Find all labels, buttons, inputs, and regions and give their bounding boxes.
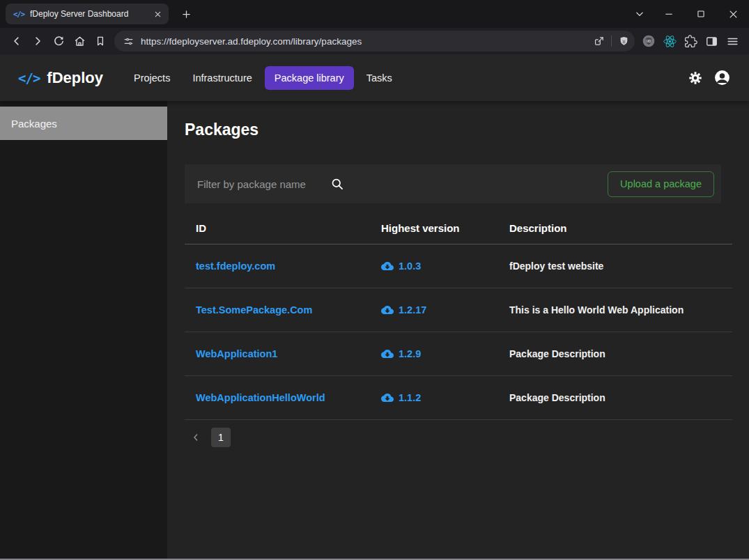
nav-item-package-library[interactable]: Package library bbox=[265, 66, 354, 90]
column-header-description: Description bbox=[498, 210, 732, 244]
browser-tab-bar: </> fDeploy Server Dashboard bbox=[0, 0, 749, 28]
side-panel-icon[interactable] bbox=[701, 31, 722, 52]
settings-gear-icon[interactable] bbox=[688, 70, 703, 86]
bookmark-icon[interactable] bbox=[90, 31, 111, 52]
packages-table: ID Highest version Description test.fdep… bbox=[185, 210, 732, 420]
tab-close-icon[interactable] bbox=[152, 8, 164, 20]
package-version[interactable]: 1.0.3 bbox=[381, 260, 487, 272]
package-description: Package Description bbox=[509, 348, 605, 359]
nav-item-infrastructure[interactable]: Infrastructure bbox=[183, 66, 261, 90]
package-description: This is a Hello World Web Application bbox=[509, 304, 684, 316]
package-id-link[interactable]: WebApplicationHelloWorld bbox=[196, 392, 325, 403]
nav-item-tasks[interactable]: Tasks bbox=[357, 66, 402, 90]
header-actions bbox=[688, 69, 731, 86]
ublock-extension-icon[interactable]: UO bbox=[638, 31, 659, 52]
account-icon[interactable] bbox=[713, 69, 731, 86]
table-row: WebApplicationHelloWorld 1.1.2 Package D… bbox=[185, 376, 732, 420]
table-row: WebApplication1 1.2.9 Package Descriptio… bbox=[185, 332, 732, 376]
home-button[interactable] bbox=[69, 31, 90, 52]
column-header-version: Highest version bbox=[370, 210, 498, 244]
table-header-row: ID Highest version Description bbox=[185, 210, 732, 244]
back-button[interactable] bbox=[6, 31, 27, 52]
maximize-button[interactable] bbox=[685, 0, 717, 28]
cloud-download-icon bbox=[381, 391, 394, 404]
filter-input[interactable] bbox=[196, 178, 327, 191]
svg-text:UO: UO bbox=[647, 40, 651, 43]
search-icon[interactable] bbox=[327, 173, 348, 194]
sidebar: Packages bbox=[0, 101, 167, 560]
close-window-button[interactable] bbox=[717, 0, 749, 28]
package-description: Package Description bbox=[509, 392, 605, 403]
window-controls bbox=[626, 0, 749, 28]
address-bar[interactable]: https://fdeployserver.ad.fdeploy.com/lib… bbox=[114, 31, 635, 52]
browser-tab[interactable]: </> fDeploy Server Dashboard bbox=[6, 3, 169, 24]
package-id-link[interactable]: Test.SomePackage.Com bbox=[196, 304, 312, 316]
code-logo-icon: </> bbox=[18, 70, 40, 86]
share-icon[interactable] bbox=[593, 36, 605, 47]
menu-hamburger-icon[interactable] bbox=[722, 31, 743, 52]
react-devtools-extension-icon[interactable] bbox=[659, 31, 680, 52]
tab-search-chevron-icon[interactable] bbox=[626, 0, 653, 28]
browser-window: </> fDeploy Server Dashboard bbox=[0, 0, 749, 560]
cloud-download-icon bbox=[381, 348, 394, 360]
column-header-id: ID bbox=[185, 210, 370, 244]
upload-package-button[interactable]: Upload a package bbox=[608, 171, 714, 197]
page-1-button[interactable]: 1 bbox=[211, 428, 231, 447]
package-description: fDeploy test website bbox=[509, 260, 603, 272]
app-logo-text: fDeploy bbox=[47, 69, 103, 87]
urlbar-divider bbox=[611, 36, 612, 47]
minimize-button[interactable] bbox=[653, 0, 685, 28]
package-version[interactable]: 1.2.9 bbox=[381, 348, 487, 360]
main-nav: Projects Infrastructure Package library … bbox=[124, 66, 402, 90]
table-row: test.fdeploy.com 1.0.3 fDeploy test webs… bbox=[185, 244, 732, 288]
table-toolbar: Upload a package bbox=[185, 164, 721, 203]
app-logo[interactable]: </> fDeploy bbox=[18, 69, 103, 87]
pagination: 1 bbox=[185, 428, 732, 447]
site-favicon-icon: </> bbox=[13, 10, 24, 18]
new-tab-button[interactable] bbox=[176, 4, 196, 24]
page-title: Packages bbox=[185, 120, 732, 139]
brave-shields-icon[interactable] bbox=[618, 36, 630, 47]
tab-title: fDeploy Server Dashboard bbox=[30, 9, 146, 19]
package-version[interactable]: 1.1.2 bbox=[381, 391, 487, 404]
table-row: Test.SomePackage.Com 1.2.17 This is a He… bbox=[185, 288, 732, 332]
browser-toolbar: https://fdeployserver.ad.fdeploy.com/lib… bbox=[0, 28, 749, 54]
package-id-link[interactable]: test.fdeploy.com bbox=[196, 260, 275, 272]
sidebar-item-packages[interactable]: Packages bbox=[0, 107, 167, 140]
main-panel: Packages Upload a package ID Highest ver… bbox=[167, 101, 749, 560]
app-header: </> fDeploy Projects Infrastructure Pack… bbox=[0, 54, 749, 101]
cloud-download-icon bbox=[381, 304, 394, 316]
site-settings-icon[interactable] bbox=[123, 36, 134, 47]
cloud-download-icon bbox=[381, 260, 394, 272]
nav-item-projects[interactable]: Projects bbox=[124, 66, 180, 90]
package-id-link[interactable]: WebApplication1 bbox=[196, 348, 277, 359]
package-version[interactable]: 1.2.17 bbox=[381, 304, 487, 316]
forward-button[interactable] bbox=[27, 31, 48, 52]
app-content: Packages Packages Upload a package ID bbox=[0, 101, 749, 560]
previous-page-chevron-icon[interactable] bbox=[189, 430, 203, 444]
extensions-puzzle-icon[interactable] bbox=[680, 31, 701, 52]
url-text[interactable]: https://fdeployserver.ad.fdeploy.com/lib… bbox=[141, 36, 587, 47]
reload-button[interactable] bbox=[48, 31, 69, 52]
